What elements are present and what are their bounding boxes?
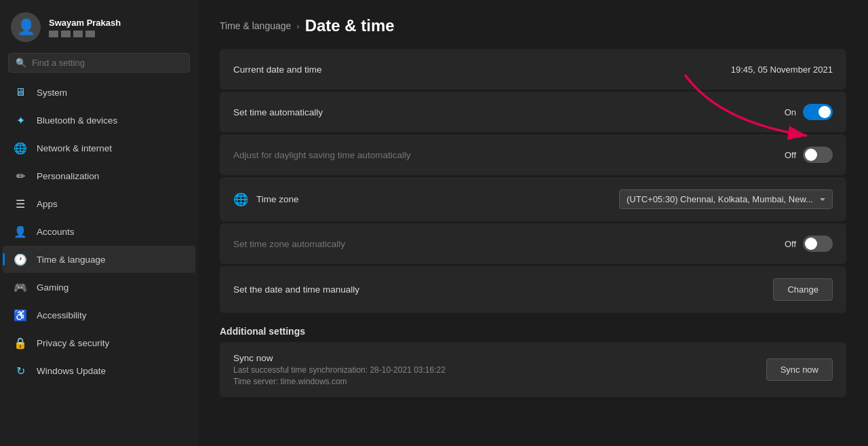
user-dots — [49, 31, 121, 37]
sync-title: Sync now — [233, 353, 446, 363]
timezone-controls: (UTC+05:30) Chennai, Kolkata, Mumbai, Ne… — [619, 189, 833, 209]
timezone-icon: 🌐 — [233, 192, 248, 207]
timezone-dropdown[interactable]: (UTC+05:30) Chennai, Kolkata, Mumbai, Ne… — [619, 189, 833, 209]
breadcrumb-parent[interactable]: Time & language — [220, 20, 291, 31]
sidebar-nav: 🖥 System ✦ Bluetooth & devices 🌐 Network… — [0, 78, 198, 385]
sidebar-item-label-bluetooth: Bluetooth & devices — [37, 115, 117, 126]
sync-sub1: Last successful time synchronization: 28… — [233, 365, 446, 375]
current-datetime-label: Current date and time — [233, 64, 322, 75]
sync-info: Sync now Last successful time synchroniz… — [233, 353, 446, 386]
sidebar-item-apps[interactable]: ☰ Apps — [3, 190, 195, 217]
daylight-label: Adjust for daylight saving time automati… — [233, 150, 411, 160]
sidebar: 👤 Swayam Prakash 🔍 🖥 System ✦ Bluetooth … — [0, 0, 198, 446]
sidebar-item-label-update: Windows Update — [37, 366, 106, 376]
timelang-icon: 🕐 — [14, 253, 27, 266]
set-timezone-auto-toggle[interactable] — [803, 236, 833, 252]
sidebar-item-personalization[interactable]: ✏ Personalization — [3, 162, 195, 189]
sidebar-item-update[interactable]: ↻ Windows Update — [3, 357, 195, 384]
dot4 — [85, 31, 95, 37]
sidebar-item-label-apps: Apps — [37, 199, 58, 209]
daylight-controls: Off — [785, 147, 833, 163]
search-icon: 🔍 — [16, 58, 26, 68]
set-time-auto-controls: On — [785, 104, 833, 120]
sidebar-item-accessibility[interactable]: ♿ Accessibility — [3, 301, 195, 329]
set-date-manual-label: Set the date and time manually — [233, 284, 359, 295]
sidebar-item-system[interactable]: 🖥 System — [3, 79, 195, 106]
dot3 — [73, 31, 83, 37]
daylight-toggle[interactable] — [803, 147, 833, 163]
sidebar-item-label-accounts: Accounts — [37, 227, 75, 237]
breadcrumb: Time & language › Date & time — [220, 16, 846, 35]
sidebar-item-label-network: Network & internet — [37, 143, 112, 153]
set-timezone-auto-controls: Off — [785, 236, 833, 252]
sidebar-item-label-personalization: Personalization — [37, 171, 99, 181]
set-timezone-auto-row: Set time zone automatically Off — [220, 223, 846, 264]
breadcrumb-separator: › — [296, 21, 299, 31]
user-name: Swayam Prakash — [49, 18, 121, 28]
sidebar-item-bluetooth[interactable]: ✦ Bluetooth & devices — [3, 107, 195, 134]
sidebar-item-label-gaming: Gaming — [37, 282, 68, 293]
sidebar-item-label-privacy: Privacy & security — [37, 338, 109, 348]
privacy-icon: 🔒 — [14, 336, 27, 350]
set-date-manual-controls: Change — [773, 278, 833, 301]
personalization-icon: ✏ — [14, 169, 27, 183]
set-time-auto-toggle[interactable] — [803, 104, 833, 120]
sidebar-item-timelang[interactable]: 🕐 Time & language — [3, 246, 195, 273]
main-wrapper: Time & language › Date & time Current da… — [198, 0, 868, 446]
change-button[interactable]: Change — [773, 278, 833, 301]
timezone-label-group: 🌐 Time zone — [233, 192, 299, 207]
set-time-auto-row: Set time automatically On — [220, 92, 846, 132]
sidebar-item-network[interactable]: 🌐 Network & internet — [3, 134, 195, 162]
update-icon: ↻ — [14, 364, 27, 377]
user-profile[interactable]: 👤 Swayam Prakash — [0, 0, 198, 50]
breadcrumb-current: Date & time — [305, 16, 395, 35]
sidebar-item-accounts[interactable]: 👤 Accounts — [3, 218, 195, 245]
accessibility-icon: ♿ — [14, 308, 27, 322]
set-time-auto-state: On — [785, 107, 796, 117]
search-input[interactable] — [32, 58, 182, 68]
dot2 — [61, 31, 71, 37]
set-time-auto-label: Set time automatically — [233, 107, 323, 117]
daylight-toggle-knob — [805, 149, 817, 161]
sidebar-item-privacy[interactable]: 🔒 Privacy & security — [3, 329, 195, 356]
main-content: Time & language › Date & time Current da… — [198, 0, 868, 446]
additional-settings-title: Additional settings — [220, 326, 846, 337]
set-date-manual-row: Set the date and time manually Change — [220, 266, 846, 313]
sync-row: Sync now Last successful time synchroniz… — [220, 342, 846, 397]
avatar-icon: 👤 — [17, 20, 35, 35]
current-datetime-value: 19:45, 05 November 2021 — [731, 64, 833, 75]
timezone-row: 🌐 Time zone (UTC+05:30) Chennai, Kolkata… — [220, 177, 846, 221]
daylight-state: Off — [785, 150, 796, 160]
system-icon: 🖥 — [14, 86, 27, 99]
dot1 — [49, 31, 58, 37]
timezone-label: Time zone — [256, 194, 299, 204]
toggle-knob — [818, 106, 831, 118]
accounts-icon: 👤 — [14, 225, 27, 238]
search-bar[interactable]: 🔍 — [8, 53, 190, 73]
set-timezone-auto-label: Set time zone automatically — [233, 239, 345, 249]
gaming-icon: 🎮 — [14, 280, 27, 294]
apps-icon: ☰ — [14, 197, 27, 210]
sidebar-item-label-accessibility: Accessibility — [37, 310, 87, 320]
set-timezone-auto-state: Off — [785, 239, 796, 249]
daylight-row: Adjust for daylight saving time automati… — [220, 134, 846, 175]
sidebar-item-gaming[interactable]: 🎮 Gaming — [3, 274, 195, 301]
avatar: 👤 — [11, 12, 41, 42]
network-icon: 🌐 — [14, 141, 27, 155]
bluetooth-icon: ✦ — [14, 113, 27, 127]
sidebar-item-label-timelang: Time & language — [37, 255, 106, 265]
sync-now-button[interactable]: Sync now — [766, 358, 833, 381]
sidebar-item-label-system: System — [37, 88, 67, 98]
set-timezone-toggle-knob — [805, 238, 817, 250]
sync-sub2: Time server: time.windows.com — [233, 377, 446, 386]
user-info: Swayam Prakash — [49, 18, 121, 37]
current-datetime-row: Current date and time 19:45, 05 November… — [220, 49, 846, 90]
